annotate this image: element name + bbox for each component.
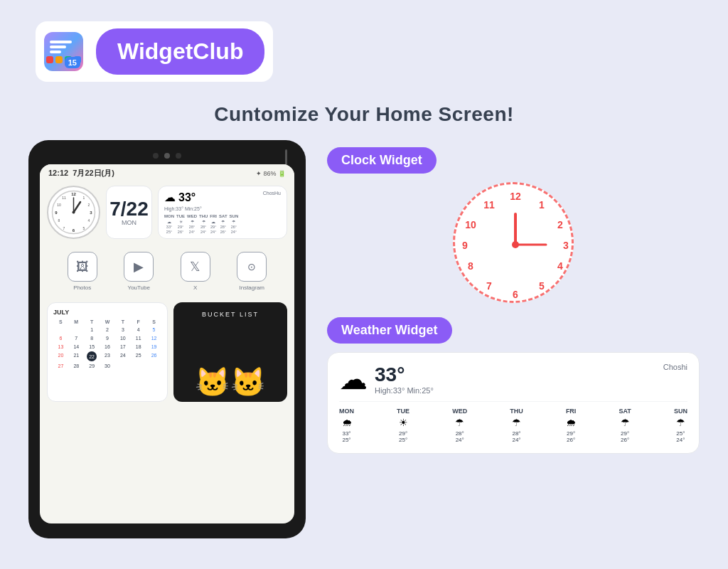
forecast-thu-icon: ☂ [512,417,521,428]
cal-header-w: W [100,319,115,325]
right-panel: Clock Widget 12 1 2 3 4 5 6 [327,140,700,538]
app-instagram[interactable]: ⊙ Instagram [237,252,267,291]
logo-line-2 [50,46,66,48]
forecast-mon: MON 🌧 33°25° [339,408,354,443]
cloud-icon-large: ☁ [339,363,368,395]
svg-text:1: 1 [539,199,545,211]
forecast-sat-icon: ☂ [621,417,630,428]
weather-widget-small: ☁ 33° High:33° Min:25° ChosHu [158,186,287,239]
app-youtube[interactable]: ▶ YouTube [124,252,154,291]
forecast-sun: SUN ☂ 25°24° [674,408,687,443]
forecast-fri: FRI 🌧 29°26° [566,408,577,443]
weather-widget-label: Weather Widget [327,317,452,344]
bucket-list-widget: BUCKET LIST 🐱🐱 [173,302,287,402]
weather-temp-info: 33° High:33° Min:25° [375,363,434,395]
logo-icon: 15 [44,32,83,71]
dot-red [46,56,53,63]
tablet-top-bar [40,153,294,159]
weather-days-row: MON☁33°25° TUE☀29°26° WED☂28°24° THU☂28°… [164,214,281,234]
brand-pill: WidgetClub [96,28,264,75]
screen-content: 12 3 6 9 1 2 4 5 7 8 10 [40,182,294,411]
analog-clock: 12 1 2 3 4 5 6 7 8 [453,182,574,303]
weather-top-row: ☁ 33° High:33° Min:25° Choshi [339,363,687,395]
tablet-camera-2 [164,153,170,159]
svg-text:9: 9 [462,240,468,251]
tagline: Cuntomize Your Home Screen! [0,103,728,126]
header: 15 WidgetClub [0,0,728,96]
svg-text:2: 2 [557,219,563,230]
clock-widget-section: Clock Widget 12 1 2 3 4 5 6 [327,147,700,303]
forecast-thu: THU ☂ 28°24° [510,408,523,443]
forecast-wed-icon: ☂ [455,417,464,428]
tablet-device: 12:12 7月22日(月) ✦ 86% 🔋 [28,140,306,538]
weather-temp-large: 33° [375,363,434,386]
svg-text:2: 2 [88,203,90,207]
weather-day-mon: MON☁33°25° [164,214,174,234]
weather-widget-section: Weather Widget ☁ 33° High:33° Min:25° Ch… [327,317,700,454]
forecast-tue: TUE ☀ 29°25° [397,408,410,443]
calendar-widget: JULY S M T W T F S [47,302,168,402]
calendar-grid: S M T W T F S 1 2 [53,319,161,370]
svg-text:11: 11 [483,199,495,211]
svg-point-15 [73,211,75,214]
forecast-sun-icon: ☂ [676,417,685,428]
svg-text:10: 10 [57,203,61,207]
cal-header-f: F [131,319,146,325]
screen-battery: ✦ 86% 🔋 [256,170,286,177]
forecast-sat: SAT ☂ 29°26° [619,408,631,443]
weather-day-sun: SUN☂26°24° [230,214,239,234]
tablet-camera-1 [153,153,159,159]
today-marker: 22 [87,351,97,361]
tablet-screen: 12:12 7月22日(月) ✦ 86% 🔋 [40,164,294,523]
screen-bottom-row: JULY S M T W T F S [47,302,287,408]
svg-text:3: 3 [563,240,569,251]
svg-text:7: 7 [63,226,65,230]
date-number: 7/22 [109,199,149,219]
tablet-wrapper: 12:12 7月22日(月) ✦ 86% 🔋 [28,140,306,538]
x-icon: 𝕏 [181,252,210,282]
svg-text:5: 5 [83,226,85,230]
clock-widget-label: Clock Widget [327,147,437,174]
cal-header-m: M [69,319,84,325]
screen-time: 12:12 7月22日(月) [48,168,114,179]
youtube-icon: ▶ [124,252,154,282]
youtube-label: YouTube [128,284,150,291]
main-content: 12:12 7月22日(月) ✦ 86% 🔋 [0,140,728,538]
app-photos[interactable]: 🖼 Photos [68,252,97,291]
svg-text:12: 12 [71,192,76,196]
cal-header-t1: T [85,319,100,325]
weather-widget-large: ☁ 33° High:33° Min:25° Choshi MON 🌧 [327,352,700,454]
app-x[interactable]: 𝕏 X [181,252,210,291]
weather-hilo-large: High:33° Min:25° [375,386,434,395]
x-label: X [193,284,197,291]
weather-day-fri: FRI☁29°24° [210,214,217,234]
logo-container: 15 WidgetClub [36,21,273,82]
cal-header-s2: S [146,319,161,325]
weather-left: ☁ 33° High:33° Min:25° [339,363,434,395]
forecast-tue-icon: ☀ [399,417,408,428]
svg-text:8: 8 [468,260,473,272]
calendar-month: JULY [53,309,161,316]
widgets-top-row: 12 3 6 9 1 2 4 5 7 8 10 [47,186,287,239]
logo-line-1 [50,41,72,43]
svg-text:5: 5 [539,280,545,292]
logo-line-3 [50,50,61,53]
svg-point-30 [512,241,519,248]
instagram-icon: ⊙ [237,252,267,282]
photos-label: Photos [73,284,91,291]
forecast-fri-icon: 🌧 [566,417,576,428]
svg-text:11: 11 [62,196,66,200]
instagram-label: Instagram [239,284,264,291]
weather-city-large: Choshi [663,363,687,371]
weather-temp-small: 33° [178,191,196,204]
weather-day-thu: THU☂28°24° [199,214,208,234]
bucket-cats-illustration: 🐱🐱 [195,368,266,396]
clock-widget-small: 12 3 6 9 1 2 4 5 7 8 10 [47,186,100,239]
dot-yellow [55,56,63,63]
svg-text:6: 6 [513,289,518,300]
weather-day-sat: SAT☂28°26° [219,214,228,234]
svg-text:7: 7 [486,280,492,292]
forecast-mon-icon: 🌧 [342,417,352,428]
svg-text:12: 12 [510,191,521,202]
forecast-wed: WED ☂ 28°24° [452,408,467,443]
